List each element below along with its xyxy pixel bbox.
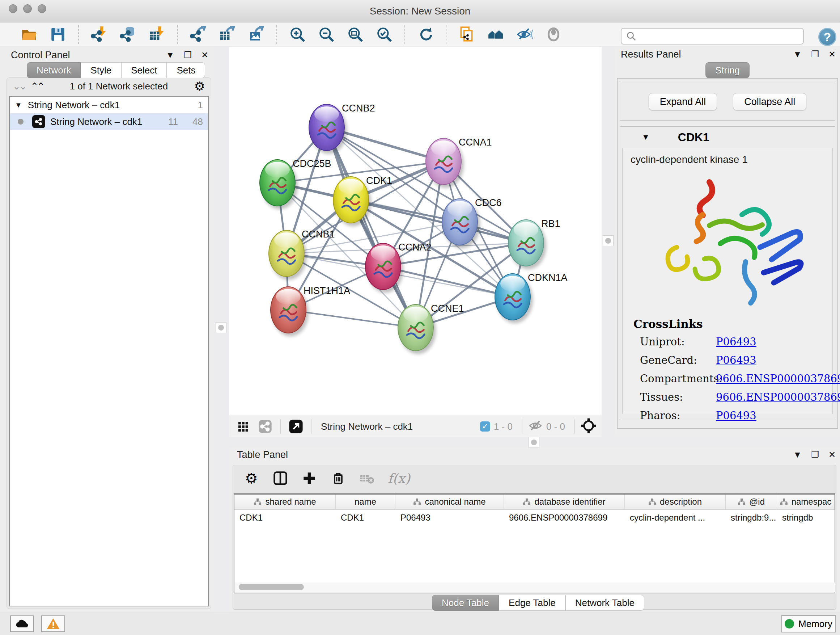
export-image-icon[interactable] (247, 25, 265, 44)
delete-column-trash-icon[interactable] (330, 470, 347, 486)
crosslink-link[interactable]: P06493 (716, 354, 756, 366)
crosslink-link[interactable]: P06493 (716, 409, 756, 422)
column-header-name[interactable]: name (336, 494, 395, 509)
grid-view-icon[interactable] (234, 417, 253, 436)
search-box[interactable] (621, 28, 804, 44)
tab-edge-table[interactable]: Edge Table (499, 595, 565, 611)
apply-layout-icon[interactable] (416, 25, 435, 44)
panel-collapse-icon[interactable]: ▼ (793, 49, 802, 59)
save-session-icon[interactable] (49, 25, 67, 44)
panel-close-icon[interactable]: ✕ (829, 49, 836, 59)
create-column-plus-icon[interactable] (301, 470, 317, 486)
panel-float-icon[interactable]: ❐ (184, 50, 192, 60)
documents-network-icon[interactable] (457, 25, 476, 44)
panel-collapse-icon[interactable]: ▼ (166, 50, 175, 60)
network-node-ccna2[interactable] (365, 243, 401, 290)
panel-close-icon[interactable]: ✕ (829, 450, 836, 460)
table-cell[interactable]: cyclin-dependent ... (625, 510, 726, 526)
bottom-splitter-grip[interactable] (529, 437, 539, 448)
network-node-hist1h1a[interactable] (270, 287, 306, 333)
expand-all-button[interactable]: Expand All (649, 93, 717, 111)
tab-style[interactable]: Style (81, 62, 121, 78)
memory-button[interactable]: Memory (782, 615, 836, 632)
tab-network[interactable]: Network (27, 62, 81, 78)
eye-slash-icon[interactable] (515, 25, 534, 44)
show-columns-icon[interactable] (272, 470, 289, 486)
network-options-gear-icon[interactable]: ⚙ (194, 79, 205, 93)
table-cell[interactable]: 9606.ENSP00000378699 (504, 510, 625, 526)
node-table[interactable]: shared namename canonical name database … (234, 494, 835, 593)
network-row[interactable]: String Network – cdk1 11 48 (10, 113, 208, 130)
column-header-shared-name[interactable]: shared name (234, 494, 336, 509)
network-edge[interactable] (383, 266, 513, 297)
panel-float-icon[interactable]: ❐ (811, 450, 819, 460)
table-row[interactable]: CDK1CDK1P064939606.ENSP00000378699cyclin… (234, 510, 835, 526)
right-splitter[interactable] (602, 47, 615, 437)
pan-crosshair-icon[interactable] (581, 418, 597, 435)
export-table-icon[interactable] (218, 25, 237, 44)
search-input[interactable] (637, 31, 796, 42)
export-network-icon[interactable] (189, 25, 208, 44)
panel-close-icon[interactable]: ✕ (201, 50, 208, 60)
tab-node-table[interactable]: Node Table (432, 595, 499, 611)
left-splitter-grip[interactable] (216, 322, 226, 333)
left-splitter[interactable] (213, 47, 229, 612)
entry-collapse-icon[interactable]: ▼ (642, 133, 650, 142)
network-collection-row[interactable]: ▼ String Network – cdk1 1 (10, 97, 208, 113)
tab-select[interactable]: Select (121, 62, 167, 78)
maximize-window-icon[interactable] (38, 4, 46, 13)
table-cell[interactable]: CDK1 (234, 510, 336, 526)
zoom-fit-icon[interactable] (346, 25, 365, 44)
tree-expand-icon[interactable]: ▼ (15, 101, 22, 109)
cloud-button[interactable] (10, 616, 34, 632)
panel-float-icon[interactable]: ❐ (811, 49, 819, 59)
column-header-description[interactable]: description (625, 494, 726, 509)
table-cell[interactable]: CDK1 (336, 510, 395, 526)
double-home-icon[interactable] (486, 25, 505, 44)
table-cell[interactable]: P06493 (395, 510, 504, 526)
tab-sets[interactable]: Sets (167, 62, 205, 78)
minimize-window-icon[interactable] (23, 4, 32, 13)
network-node-cdc25b[interactable] (259, 159, 295, 206)
column-header-namespac[interactable]: namespac (777, 494, 835, 509)
table-settings-gear-icon[interactable]: ⚙ (243, 470, 260, 486)
panel-collapse-icon[interactable]: ▼ (793, 450, 802, 460)
import-table-icon[interactable] (148, 25, 166, 44)
column-header-database-identifier[interactable]: database identifier (504, 494, 625, 509)
network-node-rb1[interactable] (508, 219, 544, 266)
column-header-canonical-name[interactable]: canonical name (395, 494, 504, 509)
tab-network-table[interactable]: Network Table (565, 595, 644, 611)
column-header-@id[interactable]: @id (726, 494, 777, 509)
warnings-button[interactable] (41, 616, 65, 632)
selected-checkbox-icon[interactable]: ✓ (480, 421, 490, 432)
birdseye-view-icon[interactable] (286, 417, 305, 436)
close-window-icon[interactable] (9, 4, 17, 13)
zoom-out-icon[interactable] (317, 25, 336, 44)
import-network-database-icon[interactable] (118, 25, 137, 44)
import-network-icon[interactable] (90, 25, 109, 44)
network-canvas[interactable]: CCNB2 CCNA1 CDC25B CDK1 (229, 47, 602, 416)
right-splitter-grip[interactable] (603, 235, 614, 246)
table-horizontal-scrollbar[interactable] (235, 583, 835, 592)
tab-string[interactable]: String (706, 62, 750, 78)
eye-icon[interactable] (544, 25, 563, 44)
network-node-ccne1[interactable] (398, 304, 434, 351)
network-node-cdk1[interactable] (333, 176, 369, 223)
network-node-cdc6[interactable] (442, 198, 478, 245)
crosslink-link[interactable]: 9606.ENSP00000378699 (716, 372, 840, 385)
collapse-all-networks-icon[interactable]: ⌄⌄ (13, 81, 26, 92)
network-view-icon[interactable] (256, 417, 275, 436)
network-node-ccnb2[interactable] (309, 104, 345, 151)
table-cell[interactable]: stringdb (777, 510, 835, 526)
network-node-ccnb1[interactable] (268, 230, 305, 277)
expand-all-networks-icon[interactable]: ⌃⌃ (31, 81, 44, 92)
zoom-in-icon[interactable] (288, 25, 307, 44)
network-edge[interactable] (288, 310, 416, 328)
open-session-icon[interactable] (19, 25, 38, 44)
crosslink-link[interactable]: P06493 (716, 336, 756, 348)
crosslink-link[interactable]: 9606.ENSP00000378699 (716, 391, 840, 403)
network-edge[interactable] (327, 127, 416, 328)
collapse-all-button[interactable]: Collapse All (733, 93, 806, 111)
network-node-ccna1[interactable] (425, 138, 462, 185)
help-button[interactable]: ? (818, 28, 836, 46)
